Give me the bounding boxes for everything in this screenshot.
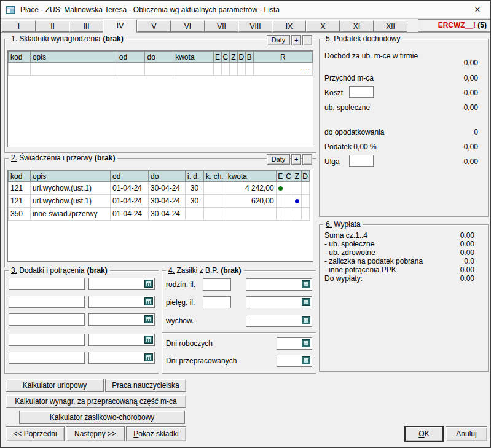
calculator-icon[interactable]	[144, 353, 153, 361]
calculator-icon[interactable]	[144, 297, 153, 305]
flags-count: (5)	[476, 21, 487, 29]
tab-month-IX[interactable]: IX	[272, 20, 306, 32]
section5-title: 5. Podatek dochodowy	[323, 34, 403, 44]
skladniki-table: kod opis od do kwota E C Z D B R	[8, 51, 313, 76]
wyplata-ub-zdrowotne-value: 0.00	[460, 248, 474, 257]
swiadczenia-row-3[interactable]: 350 inne świad./przerwy 01-04-24 30-04-2…	[9, 208, 310, 221]
tab-month-VIII[interactable]: VIII	[238, 20, 272, 32]
calculator-icon[interactable]	[302, 316, 310, 324]
section-podatek-dochodowy: 5. Podatek dochodowy Dochód za ub. m-ce …	[319, 39, 489, 217]
swiadczenia-row-1[interactable]: 121 url.wychow.(ust.1) 01-04-24 30-04-24…	[9, 182, 310, 195]
calculator-icon[interactable]	[302, 280, 310, 288]
section-swiadczenia-przerwy: 2. Świadczenia i przerwy(brak) Daty + - …	[4, 158, 316, 267]
add-row-button-s1[interactable]: +	[291, 35, 301, 45]
close-button[interactable]: ×	[465, 1, 490, 18]
ulga-input[interactable]	[349, 155, 374, 167]
month-tabbar: I II III IV V VI VII VIII IX X XI XII ER…	[1, 19, 491, 33]
column-header-kwota: kwota	[226, 171, 276, 182]
nastepny-button[interactable]: Następny >>	[66, 426, 125, 441]
kalkulator-zasilkowo-chorobowy-button[interactable]: Kalkulator zasiłkowo-chorobowy	[19, 411, 185, 424]
koszt-value: 0,00	[464, 88, 478, 97]
column-header-E: E	[213, 52, 221, 63]
ppk-value: 0.00	[460, 265, 474, 274]
rodzin-label: rodzin. il.	[166, 280, 195, 289]
calculator-icon[interactable]	[144, 336, 153, 344]
tab-month-II[interactable]: II	[36, 20, 69, 32]
calculator-icon[interactable]	[302, 298, 310, 306]
do-wyplaty-label: Do wypłaty:	[324, 274, 363, 283]
tab-month-X[interactable]: X	[306, 20, 340, 32]
tab-month-XII[interactable]: XII	[374, 20, 407, 32]
pieleg-count-input[interactable]	[203, 296, 231, 308]
column-header-kwota: kwota	[173, 52, 214, 63]
flag-dot-Z	[295, 199, 299, 203]
swiadczenia-grid: kod opis od do i. d. k. ch. kwota E C Z …	[7, 170, 313, 262]
dodatek-name-input-4[interactable]	[9, 334, 85, 346]
section1-title: 1. Składniki wynagrodzenia(brak)	[9, 34, 126, 44]
zaliczka-value: 0.0	[464, 257, 474, 265]
tab-month-XI[interactable]: XI	[340, 20, 374, 32]
pokaz-skladki-button[interactable]: Pokaż składki	[126, 426, 186, 441]
tab-month-I[interactable]: I	[2, 20, 36, 32]
section-dodatki-potracenia: 3. Dodatki i potrącenia(brak)	[4, 270, 159, 374]
flags-text: ERCWZ__!	[438, 21, 476, 29]
suma-label: Suma cz.1..4	[324, 231, 367, 240]
skladniki-grid: kod opis od do kwota E C Z D B R	[7, 50, 313, 147]
dodatek-name-input-5[interactable]	[9, 352, 85, 364]
swiadczenia-table: kod opis od do i. d. k. ch. kwota E C Z …	[8, 170, 310, 221]
dodatek-name-input-3[interactable]	[9, 313, 85, 326]
dodatek-name-input-2[interactable]	[9, 296, 85, 308]
tab-month-V[interactable]: V	[137, 20, 171, 32]
signature-placeholder: ----	[253, 63, 312, 76]
ulga-value: 0,00	[464, 157, 478, 166]
do-opodatkowania-value: 0	[474, 128, 478, 136]
column-header-B: B	[245, 52, 253, 63]
dochod-value: 0,00	[464, 58, 478, 67]
calculator-icon[interactable]	[144, 315, 153, 323]
column-header-opis: opis	[30, 52, 117, 63]
section3-brak: (brak)	[87, 266, 107, 275]
calculator-icon[interactable]	[144, 280, 153, 288]
add-row-button-s2[interactable]: +	[291, 154, 301, 165]
kalkulator-wynagrodzenia-button[interactable]: Kalkulator wynagr. za przepracowaną częś…	[6, 395, 186, 408]
skladniki-empty-row[interactable]: ----	[9, 63, 313, 76]
column-header-opis: opis	[31, 171, 111, 182]
anuluj-button[interactable]: Anuluj	[446, 426, 487, 441]
ub-spoleczne-label: ub. społeczne	[324, 103, 370, 112]
section4-title: 4. Zasiłki z B.P.(brak)	[166, 266, 244, 275]
remove-row-button-s1[interactable]: -	[302, 35, 312, 45]
column-header-kod: kod	[9, 171, 31, 182]
kalkulator-urlopowy-button[interactable]: Kalkulator urlopowy	[6, 379, 104, 392]
skladniki-header-row: kod opis od do kwota E C Z D B R	[9, 52, 313, 63]
daty-button-s2[interactable]: Daty	[267, 154, 290, 165]
pieleg-label: pielęg. il.	[166, 298, 195, 307]
section-skladniki-wynagrodzenia: 1. Składniki wynagrodzenia(brak) Daty + …	[4, 39, 316, 153]
rodzin-count-input[interactable]	[203, 278, 231, 291]
dni-roboczych-label: Dni roboczych	[166, 339, 213, 348]
praca-nauczycielska-button[interactable]: Praca nauczycielska	[105, 379, 186, 392]
ulga-label: Ulga	[324, 157, 340, 166]
column-header-do: do	[145, 52, 173, 63]
tab-month-VI[interactable]: VI	[171, 20, 205, 32]
przychod-label: Przychód m-ca	[324, 74, 374, 82]
daty-button-s1[interactable]: Daty	[267, 35, 290, 45]
tab-month-VII[interactable]: VII	[205, 20, 238, 32]
section6-title: 6. Wypłata	[323, 220, 363, 229]
tab-month-III[interactable]: III	[69, 20, 103, 32]
tab-month-IV[interactable]: IV	[103, 19, 137, 33]
section2-title: 2. Świadczenia i przerwy(brak)	[9, 154, 117, 163]
wyplata-ub-zdrowotne-label: - ub. zdrowotne	[324, 248, 375, 257]
dodatek-name-input-1[interactable]	[9, 278, 85, 290]
wychow-label: wychow.	[166, 316, 194, 325]
calculator-icon[interactable]	[302, 356, 310, 364]
calculator-icon[interactable]	[302, 339, 310, 347]
koszt-label: Koszt	[324, 88, 343, 97]
poprzedni-button[interactable]: << Poprzedni	[6, 426, 65, 441]
wyplata-ub-spoleczne-label: - ub. społeczne	[324, 240, 374, 248]
swiadczenia-row-2[interactable]: 121 url.wychow.(ust.1) 01-04-24 30-04-24…	[9, 195, 310, 208]
column-header-D: D	[237, 52, 245, 63]
ok-button[interactable]: OK	[405, 426, 443, 441]
window: Płace - ZUS: Malinowska Teresa - Oblicze…	[0, 0, 491, 448]
remove-row-button-s2[interactable]: -	[302, 154, 312, 165]
koszt-input[interactable]	[349, 86, 374, 98]
